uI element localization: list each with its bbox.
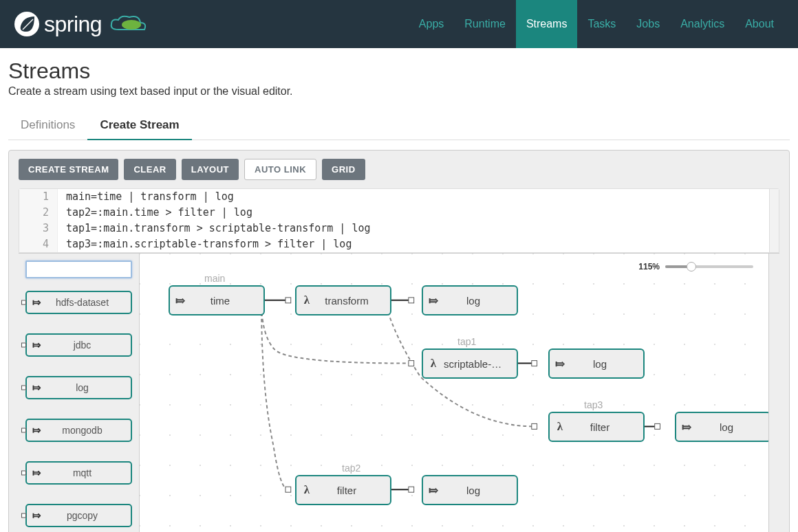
node-time[interactable]: ⤇ time: [169, 285, 265, 315]
port-icon: [21, 386, 26, 390]
code-line-3: tap1=:main.transform > scriptable-transf…: [58, 221, 371, 236]
svg-rect-16: [655, 423, 660, 429]
palette-search-input[interactable]: [25, 261, 132, 278]
svg-rect-10: [409, 298, 414, 303]
nav-jobs[interactable]: Jobs: [626, 0, 670, 48]
code-editor[interactable]: 1main=time | transform | log 2tap2=:main…: [19, 188, 779, 253]
palette-item-hdfs-dataset[interactable]: ⤇ hdfs-dataset: [25, 291, 132, 314]
stream-label-tap1: tap1: [457, 336, 476, 347]
zoom-level: 115%: [638, 262, 660, 271]
lambda-icon: λ: [296, 293, 317, 307]
brand-logo: spring: [14, 11, 149, 37]
arrow-icon: ⤇: [27, 509, 46, 522]
code-line-2: tap2=:main.time > filter | log: [58, 205, 252, 221]
stream-label-tap3: tap3: [584, 399, 603, 410]
port-icon: [21, 428, 26, 433]
canvas-scrollbar[interactable]: [768, 254, 779, 532]
grid-button[interactable]: GRID: [322, 159, 365, 180]
gutter-2: 2: [19, 205, 58, 221]
svg-rect-19: [409, 487, 414, 492]
port-icon: [21, 513, 26, 518]
node-scriptable-transform[interactable]: λ scriptable-tra…: [422, 348, 518, 379]
nav-streams[interactable]: Streams: [516, 0, 578, 48]
nav-about[interactable]: About: [735, 0, 784, 48]
lambda-icon: λ: [423, 357, 444, 370]
layout-button[interactable]: LAYOUT: [182, 159, 239, 180]
create-stream-button[interactable]: CREATE STREAM: [19, 159, 118, 180]
palette-item-jdbc[interactable]: ⤇ jdbc: [25, 333, 132, 357]
palette: ⤇ hdfs-dataset ⤇ jdbc ⤇ log ⤇ mongodb: [19, 254, 140, 532]
stream-label-tap2: tap2: [342, 463, 360, 474]
node-log-tap2[interactable]: ⤇ log: [422, 475, 518, 505]
svg-rect-13: [532, 361, 537, 366]
port-icon: [21, 343, 26, 348]
lambda-icon: λ: [296, 483, 317, 497]
arrow-icon: ⤇: [423, 293, 444, 308]
autolink-button[interactable]: AUTO LINK: [244, 159, 316, 180]
nav-links: Apps Runtime Streams Tasks Jobs Analytic…: [409, 0, 784, 48]
arrow-icon: ⤇: [27, 381, 46, 394]
node-log-tap3[interactable]: ⤇ log: [675, 412, 768, 442]
zoom-widget: 115%: [638, 262, 753, 271]
gutter-3: 3: [19, 221, 58, 236]
page-subtitle: Create a stream using text based input o…: [8, 85, 790, 98]
toolbar: CREATE STREAM CLEAR LAYOUT AUTO LINK GRI…: [9, 151, 789, 188]
svg-rect-11: [409, 361, 414, 366]
tab-definitions[interactable]: Definitions: [8, 113, 87, 140]
palette-item-mongodb[interactable]: ⤇ mongodb: [25, 419, 132, 442]
brand-text: spring: [44, 12, 102, 37]
arrow-icon: ⤇: [27, 339, 46, 351]
nav-analytics[interactable]: Analytics: [670, 0, 735, 48]
svg-rect-14: [532, 423, 537, 429]
editor-shell: CREATE STREAM CLEAR LAYOUT AUTO LINK GRI…: [8, 150, 790, 532]
node-log-tap1[interactable]: ⤇ log: [548, 348, 645, 379]
port-icon: [21, 471, 26, 476]
arrow-icon: ⤇: [27, 296, 46, 309]
spring-leaf-icon: [14, 11, 40, 37]
slider-thumb[interactable]: [687, 262, 696, 271]
node-log-main[interactable]: ⤇ log: [422, 285, 518, 315]
canvas[interactable]: 115%: [140, 254, 768, 532]
cloud-icon: [107, 13, 149, 35]
arrow-icon: ⤇: [170, 293, 191, 308]
node-filter-tap3[interactable]: λ filter: [548, 412, 645, 442]
page-title: Streams: [8, 58, 790, 84]
nav-apps[interactable]: Apps: [409, 0, 454, 48]
arrow-icon: ⤇: [676, 420, 697, 434]
nav-tasks[interactable]: Tasks: [577, 0, 626, 48]
arrow-icon: ⤇: [27, 467, 46, 479]
gutter-1: 1: [19, 189, 58, 205]
code-scrollbar[interactable]: [769, 189, 779, 252]
gutter-4: 4: [19, 236, 58, 252]
svg-point-1: [122, 20, 141, 30]
nav-runtime[interactable]: Runtime: [454, 0, 516, 48]
code-line-1: main=time | transform | log: [58, 189, 234, 205]
flow-area: ⤇ hdfs-dataset ⤇ jdbc ⤇ log ⤇ mongodb: [19, 253, 779, 532]
tab-create-stream[interactable]: Create Stream: [87, 113, 191, 140]
lambda-icon: λ: [550, 420, 570, 434]
code-line-4: tap3=:main.scriptable-transform > filter…: [58, 236, 352, 252]
svg-rect-17: [285, 487, 291, 492]
clear-button[interactable]: CLEAR: [124, 159, 175, 180]
palette-item-log[interactable]: ⤇ log: [25, 376, 132, 399]
arrow-icon: ⤇: [423, 483, 444, 498]
stream-label-main: main: [204, 273, 225, 284]
arrow-icon: ⤇: [27, 424, 46, 436]
navbar: spring Apps Runtime Streams Tasks Jobs A…: [0, 0, 798, 48]
node-transform[interactable]: λ transform: [295, 285, 391, 315]
svg-rect-8: [285, 298, 291, 303]
palette-item-pgcopy[interactable]: ⤇ pgcopy: [25, 504, 132, 527]
port-icon: [21, 300, 26, 305]
node-filter-tap2[interactable]: λ filter: [295, 475, 391, 505]
arrow-icon: ⤇: [550, 357, 570, 371]
zoom-slider[interactable]: [665, 265, 753, 268]
tabs: Definitions Create Stream: [8, 113, 790, 140]
palette-item-mqtt[interactable]: ⤇ mqtt: [25, 461, 132, 485]
